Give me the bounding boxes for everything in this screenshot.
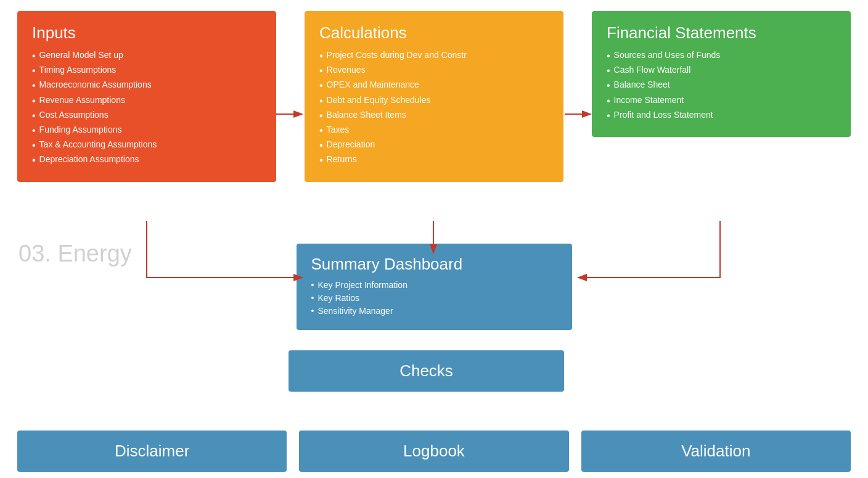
list-item: Income Statement [607,95,836,107]
list-item: General Model Set up [32,50,261,62]
list-item: Depreciation Assumptions [32,154,261,166]
list-item: Cash Flow Waterfall [607,65,836,76]
list-item: Tax & Accounting Assumptions [32,139,261,151]
list-item: Debt and Equity Schedules [319,95,549,107]
checks-box: Checks [289,350,564,392]
financial-box: Financial Statements Sources and Uses of… [592,11,851,137]
list-item: Taxes [319,125,549,136]
list-item: Returns [319,154,549,166]
list-item: Sources and Uses of Funds [607,50,836,62]
list-item: Profit and Loss Statement [607,110,836,122]
list-item: Depreciation [319,139,549,151]
list-item: Funding Assumptions [32,125,261,136]
list-item: OPEX and Maintenance [319,80,549,91]
inputs-box: Inputs General Model Set up Timing Assum… [17,11,276,182]
list-item: Project Costs during Dev and Constr [319,50,549,62]
validation-box: Validation [581,431,851,472]
inputs-list: General Model Set up Timing Assumptions … [32,50,261,167]
summary-list: •Key Project Information •Key Ratios •Se… [311,280,557,316]
logbook-box: Logbook [299,431,568,472]
summary-box: Summary Dashboard •Key Project Informati… [297,244,572,330]
disclaimer-box: Disclaimer [17,431,287,472]
top-row: Inputs General Model Set up Timing Assum… [17,11,851,182]
list-item: •Key Ratios [311,293,557,303]
calculations-list: Project Costs during Dev and Constr Reve… [319,50,549,167]
checks-title: Checks [399,361,453,380]
list-item: Timing Assumptions [32,65,261,76]
list-item: Cost Assumptions [32,110,261,122]
validation-title: Validation [681,442,750,460]
list-item: Revenues [319,65,549,76]
main-container: 03. Energy Inputs General Model Set up T… [0,0,868,478]
list-item: •Sensitivity Manager [311,306,557,316]
list-item: Revenue Assumptions [32,95,261,107]
list-item: Balance Sheet Items [319,110,549,122]
calculations-title: Calculations [319,23,549,43]
list-item: Balance Sheet [607,80,836,91]
logbook-title: Logbook [403,442,465,460]
disclaimer-title: Disclaimer [115,442,189,460]
inputs-title: Inputs [32,23,261,43]
watermark: 03. Energy [18,241,132,267]
checks-row: Checks [289,350,564,392]
financial-list: Sources and Uses of Funds Cash Flow Wate… [607,50,836,122]
financial-title: Financial Statements [607,23,836,43]
middle-row: Summary Dashboard •Key Project Informati… [17,244,851,330]
list-item: •Key Project Information [311,280,557,290]
calculations-box: Calculations Project Costs during Dev an… [305,11,563,182]
list-item: Macroeconomic Assumptions [32,80,261,91]
summary-title: Summary Dashboard [311,255,557,274]
bottom-row: Disclaimer Logbook Validation [17,431,851,472]
